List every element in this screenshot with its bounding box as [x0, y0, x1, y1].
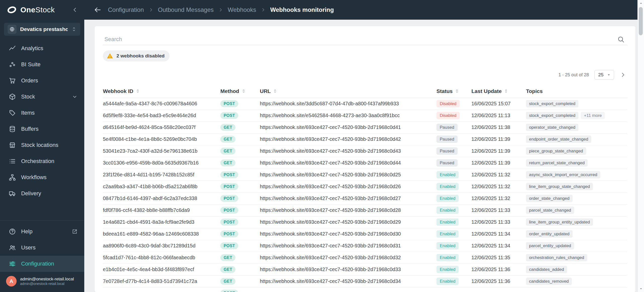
sidebar-item-label: Stock	[21, 93, 35, 100]
topic-chip: endpoint_order_state_changed	[526, 136, 591, 143]
method-cell: GET	[220, 121, 260, 133]
last-update-cell: 12/06/2025 11:39	[471, 133, 526, 145]
configuration-icon	[9, 260, 16, 268]
method-badge: POST	[220, 171, 238, 178]
webhook-id-cell: c2aa9ba3-a347-41b8-b06b-d5a212ab6f8b	[103, 181, 220, 192]
table-row[interactable]: a5444afe-9a5a-4347-8c76-c009678a4606POST…	[103, 98, 627, 110]
table-row[interactable]: 23f1f26e-d814-4d11-b195-7428b152c85fPOST…	[103, 169, 627, 181]
topic-chip: parcel_entity_updated	[526, 242, 574, 250]
stock-icon	[9, 93, 16, 101]
search-icon[interactable]	[617, 36, 625, 43]
scrollbar-track[interactable]	[638, 7, 644, 285]
table-row[interactable]: bdeea161-e889-4582-96aa-12469c608338POST…	[103, 228, 627, 240]
breadcrumb-item-outbound-messages[interactable]: Outbound Messages	[158, 6, 214, 13]
scroll-up-button[interactable]	[639, 0, 643, 7]
column-header-last-update[interactable]: Last Update	[471, 85, 526, 98]
last-update-cell: 12/06/2025 11:13	[471, 110, 526, 121]
method-badge: POST	[220, 207, 238, 214]
table-row[interactable]: d645164f-be9d-4624-85ca-558c20ec037fGETh…	[103, 121, 627, 133]
table-body: a5444afe-9a5a-4347-8c76-c009678a4606POST…	[103, 98, 627, 292]
column-header-status[interactable]: Status	[436, 85, 471, 98]
topics-cell: parcel_entity_updated	[526, 240, 627, 252]
table-row[interactable]: 7e0728ef-d77b-4c14-8d83-51d73941c72aGETh…	[103, 275, 627, 287]
table-row[interactable]: 1e4a6821-cbd4-4591-8a3a-fcf9ae2fe9d3POST…	[103, 216, 627, 228]
status-cell: Enabled	[436, 169, 471, 181]
sidebar-item-delivery[interactable]: Delivery	[0, 185, 84, 202]
last-update-cell: 12/06/2025 11:34	[471, 228, 526, 240]
search-input[interactable]	[103, 34, 627, 45]
topics-cell: orchestration_rules_changed	[526, 252, 627, 264]
breadcrumb-item-configuration[interactable]: Configuration	[108, 6, 144, 13]
sidebar-collapse-icon[interactable]	[72, 7, 78, 13]
status-badge: Paused	[436, 147, 458, 155]
chevron-right-icon	[261, 7, 266, 12]
column-label: Webhook ID	[103, 88, 133, 94]
topics-cell: endpoint_order_state_changed	[526, 133, 627, 145]
sidebar-item-stock[interactable]: Stock	[0, 89, 84, 105]
status-cell: Disabled	[436, 98, 471, 110]
method-cell: POST	[220, 98, 260, 110]
sidebar-item-workflows[interactable]: Workflows	[0, 169, 84, 185]
url-cell: https://webhook.site/693ce427-cec7-4520-…	[260, 157, 436, 169]
org-selector[interactable]: Devatics prestashop	[4, 23, 80, 36]
status-badge: Disabled	[436, 112, 460, 119]
sidebar-item-items[interactable]: Items	[0, 105, 84, 121]
table-row[interactable]: 5fcad1d7-761c-4bb8-812c-066faeabecdbGETh…	[103, 252, 627, 264]
last-update-cell: 12/06/2025 11:39	[471, 157, 526, 169]
method-cell: GET	[220, 157, 260, 169]
onestock-logo: OneStock	[7, 5, 55, 15]
sort-icon	[135, 89, 140, 93]
table-row[interactable]: fdf0f786-ccf4-4382-bb8e-b88ffb7c6da9POST…	[103, 204, 627, 216]
topics-cell: return_parcel_state_changed	[526, 157, 627, 169]
table-row[interactable]: 3cc01306-e956-459b-8d0a-5635d9367b16GETh…	[103, 157, 627, 169]
webhook-id-cell: 7e0728ef-d77b-4c14-8d83-51d73941c72a	[103, 275, 220, 287]
breadcrumb-item-webhooks[interactable]: Webhooks	[228, 6, 256, 13]
webhook-id-cell: 53041e23-7ca2-430f-a32d-5e796138e61b	[103, 145, 220, 157]
last-update-cell: 12/06/2025 11:36	[471, 275, 526, 287]
table-row[interactable]: e1b4c01e-4e5c-4ea4-bb3d-5f483f897ecfGETh…	[103, 264, 627, 275]
user-box[interactable]: A admin@onestock-retail.local admin@ones…	[0, 272, 84, 292]
status-cell: Enabled	[436, 216, 471, 228]
column-header-method[interactable]: Method	[220, 85, 260, 98]
page-size-select[interactable]: 25	[594, 70, 614, 80]
status-cell: Enabled	[436, 192, 471, 204]
method-badge: POST	[220, 100, 238, 107]
sidebar-item-stock-locations[interactable]: Stock locations	[0, 137, 84, 153]
method-badge: POST	[220, 242, 238, 249]
webhook-id-cell: aa8906f0-6c89-43c0-9daf-3bc71289d15d	[103, 240, 220, 252]
next-page-button[interactable]	[620, 72, 626, 78]
back-button[interactable]	[94, 6, 101, 14]
webhooks-disabled-warning: 2 webhooks disabled	[103, 50, 170, 61]
sidebar-item-bi-suite[interactable]: BI Suite	[0, 56, 84, 73]
table-row[interactable]: c2aa9ba3-a347-41b8-b06b-d5a212ab6f8bPOST…	[103, 181, 627, 192]
page-size-value: 25	[598, 72, 603, 78]
table-row[interactable]: 08477b1d-6146-4397-abdf-6c2a37edc338POST…	[103, 192, 627, 204]
sidebar-item-buffers[interactable]: Buffers	[0, 121, 84, 137]
sidebar-item-help[interactable]: Help	[0, 223, 84, 240]
method-cell: POST	[220, 169, 260, 181]
url-cell: https://webhook.site/693ce427-cec7-4520-…	[260, 264, 436, 275]
external-link-icon	[72, 229, 78, 235]
status-cell: Paused	[436, 121, 471, 133]
column-header-url[interactable]: URL	[260, 85, 436, 98]
table-row[interactable]: aa8906f0-6c89-43c0-9daf-3bc71289d15dPOST…	[103, 240, 627, 252]
url-cell: https://webhook.site/693ce427-cec7-4520-…	[260, 133, 436, 145]
url-cell	[260, 287, 436, 292]
scrollbar[interactable]	[637, 0, 644, 292]
column-header-webhook-id[interactable]: Webhook ID	[103, 85, 220, 98]
table-row[interactable]: POST	[103, 287, 627, 292]
table-row[interactable]: 6d5f9ef8-333e-4e54-bad3-e5c9e464e26dPOST…	[103, 110, 627, 121]
table-row[interactable]: 5e4f0084-c1be-4e1a-8b8c-5269e0bc704bGETh…	[103, 133, 627, 145]
sidebar-item-analytics[interactable]: Analytics	[0, 40, 84, 56]
delivery-icon	[9, 190, 16, 197]
scrollbar-thumb[interactable]	[639, 7, 643, 35]
sidebar-item-orders[interactable]: Orders	[0, 73, 84, 89]
table-row[interactable]: 53041e23-7ca2-430f-a32d-5e796138e61bGETh…	[103, 145, 627, 157]
sidebar-item-users[interactable]: Users	[0, 240, 84, 256]
webhook-id-cell: fdf0f786-ccf4-4382-bb8e-b88ffb7c6da9	[103, 204, 220, 216]
column-header-topics: Topics	[526, 85, 627, 98]
last-update-cell: 16/06/2025 15:07	[471, 98, 526, 110]
sidebar-item-configuration[interactable]: Configuration	[0, 256, 84, 272]
scroll-down-button[interactable]	[639, 285, 643, 292]
sidebar-item-orchestration[interactable]: Orchestration	[0, 153, 84, 169]
